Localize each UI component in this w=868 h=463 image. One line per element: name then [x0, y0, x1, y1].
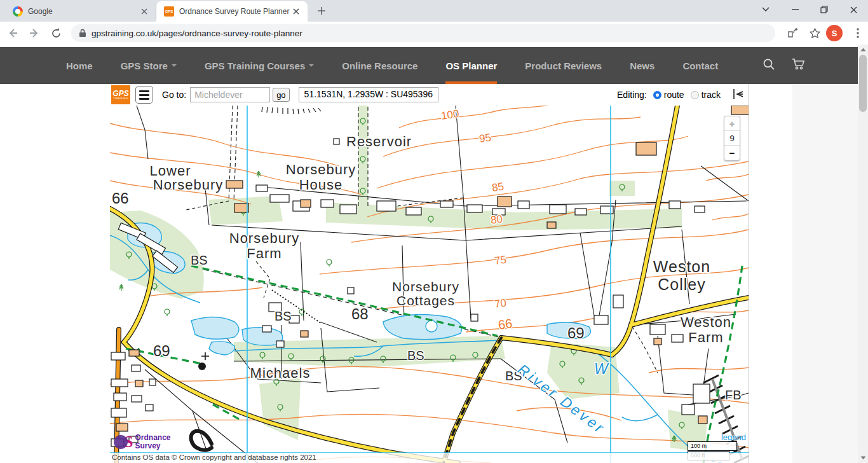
nav-contact[interactable]: Contact — [682, 47, 718, 84]
google-favicon — [13, 6, 23, 17]
browser-toolbar: gpstraining.co.uk/pages/ordnance-survey-… — [0, 22, 868, 45]
nav-os-planner[interactable]: OS Planner — [445, 47, 497, 84]
tab-title: Google — [28, 7, 139, 16]
back-icon[interactable] — [4, 24, 22, 42]
svg-text:Reservoir: Reservoir — [346, 134, 412, 149]
svg-text:BS: BS — [275, 309, 292, 323]
svg-text:95: 95 — [478, 132, 492, 145]
tab-close-icon[interactable] — [139, 6, 149, 17]
svg-text:Weston: Weston — [681, 314, 731, 330]
svg-text:85: 85 — [491, 181, 505, 194]
svg-text:66: 66 — [112, 190, 129, 207]
window-controls — [751, 0, 868, 19]
scrollbar-thumb[interactable] — [859, 55, 867, 112]
svg-text:Colley: Colley — [658, 275, 705, 293]
new-tab-button[interactable] — [313, 2, 330, 20]
svg-text:69: 69 — [567, 324, 585, 342]
page-background — [792, 84, 858, 463]
browser-tab-strip: Google GPS Ordnance Survey Route Planner… — [0, 0, 868, 22]
minimize-button[interactable] — [780, 0, 810, 19]
svg-text:Farm: Farm — [688, 329, 723, 345]
goto-search-input[interactable] — [190, 87, 270, 102]
nav-gps-training-courses[interactable]: GPS Training Courses — [205, 47, 314, 84]
restore-button[interactable] — [810, 0, 839, 19]
menu-hamburger-button[interactable] — [135, 86, 153, 104]
scale-metric: 100 m — [688, 441, 737, 451]
svg-text:Norsebury: Norsebury — [392, 279, 459, 294]
track-label: track — [702, 90, 721, 100]
os-planner-panel: GPSTRAINING Go to: go 51.1531N, 1.2935W … — [110, 84, 749, 463]
share-icon[interactable] — [784, 24, 802, 42]
bookmark-star-icon[interactable] — [806, 24, 824, 42]
profile-avatar[interactable]: S — [826, 25, 843, 41]
collapse-panel-icon[interactable] — [732, 88, 745, 102]
zoom-level: 9 — [724, 131, 740, 146]
svg-text:66: 66 — [497, 316, 513, 332]
route-label: route — [664, 90, 684, 100]
tab-close-icon[interactable] — [291, 6, 301, 17]
gps-favicon: GPS — [164, 6, 174, 17]
svg-text:80: 80 — [490, 213, 503, 226]
svg-text:Farm: Farm — [247, 245, 281, 261]
svg-text:Cottages: Cottages — [397, 293, 455, 308]
reload-icon[interactable] — [47, 24, 65, 42]
svg-text:70: 70 — [494, 297, 507, 310]
window-menu-chevron-icon[interactable] — [751, 0, 780, 19]
map-attribution: Contains OS data © Crown copyright and d… — [110, 453, 749, 463]
svg-text:BS: BS — [407, 349, 424, 363]
tab-title: Ordnance Survey Route Planner – — [179, 7, 291, 16]
nav-news[interactable]: News — [630, 47, 654, 84]
legend-button[interactable]: legend — [721, 432, 746, 442]
tab-os-route-planner[interactable]: GPS Ordnance Survey Route Planner – — [156, 1, 308, 22]
cart-icon[interactable] — [792, 58, 806, 73]
svg-text:House: House — [299, 177, 343, 193]
svg-text:69: 69 — [153, 342, 170, 359]
svg-text:W: W — [594, 361, 609, 377]
nav-gps-store[interactable]: GPS Store — [121, 47, 177, 84]
chevron-down-icon — [172, 64, 177, 67]
coordinates-display: 51.1531N, 1.2935W : SU495396 — [299, 87, 438, 102]
go-button[interactable]: go — [273, 88, 289, 102]
os-logo-icon — [114, 435, 128, 449]
tab-google[interactable]: Google — [5, 4, 156, 19]
address-bar[interactable]: gpstraining.co.uk/pages/ordnance-survey-… — [71, 24, 775, 42]
svg-text:Norsebury: Norsebury — [153, 177, 223, 193]
svg-text:Norsebury: Norsebury — [229, 230, 299, 246]
lock-icon — [79, 29, 86, 38]
nav-product-reviews[interactable]: Product Reviews — [525, 47, 602, 84]
track-radio[interactable] — [691, 91, 699, 99]
svg-text:100: 100 — [440, 107, 460, 122]
scroll-up-icon[interactable] — [858, 45, 868, 55]
svg-text:FB: FB — [725, 388, 742, 402]
map-zoom-control: + 9 − — [724, 116, 740, 161]
kebab-menu-icon[interactable] — [849, 24, 867, 42]
svg-text:75: 75 — [494, 254, 507, 267]
route-radio[interactable] — [653, 91, 661, 99]
forward-icon[interactable] — [25, 24, 43, 42]
editing-label: Editing: — [617, 90, 647, 100]
chevron-down-icon — [309, 64, 314, 67]
svg-text:BS: BS — [191, 253, 208, 267]
map-canvas[interactable]: Reservoir Lower Norsebury Norsebury Hous… — [110, 106, 749, 463]
page-scrollbar[interactable] — [858, 45, 868, 463]
map-toolbar: GPSTRAINING Go to: go 51.1531N, 1.2935W … — [110, 84, 749, 106]
svg-text:68: 68 — [351, 305, 369, 322]
nav-home[interactable]: Home — [66, 47, 93, 84]
svg-text:Weston: Weston — [653, 258, 710, 275]
os-map: Reservoir Lower Norsebury Norsebury Hous… — [110, 106, 749, 463]
gps-training-logo: GPSTRAINING — [111, 85, 130, 104]
zoom-out-button[interactable]: − — [724, 146, 740, 160]
close-window-button[interactable] — [839, 0, 868, 19]
goto-label: Go to: — [162, 90, 186, 100]
search-icon[interactable] — [763, 58, 775, 73]
url-text: gpstraining.co.uk/pages/ordnance-survey-… — [92, 29, 302, 38]
nav-online-resource[interactable]: Online Resource — [342, 47, 417, 84]
zoom-in-button[interactable]: + — [724, 116, 740, 131]
site-navigation: Home GPS Store GPS Training Courses Onli… — [0, 47, 858, 84]
scroll-down-icon[interactable] — [858, 453, 868, 463]
ordnance-survey-logo: S OrdnanceSurvey — [114, 432, 170, 452]
svg-text:Michaels: Michaels — [250, 365, 311, 381]
svg-text:Norsebury: Norsebury — [286, 162, 356, 177]
